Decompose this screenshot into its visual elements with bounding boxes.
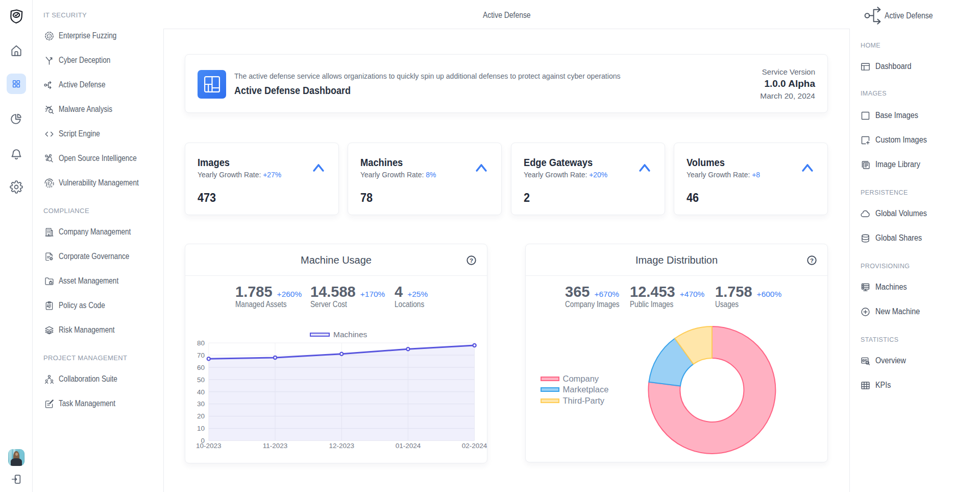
svg-text:30: 30 xyxy=(197,400,205,408)
svg-text:02-2024: 02-2024 xyxy=(462,442,487,450)
svg-text:40: 40 xyxy=(197,388,205,396)
svg-text:12-2023: 12-2023 xyxy=(329,442,354,450)
svg-text:50: 50 xyxy=(197,376,205,384)
svg-text:10: 10 xyxy=(197,425,205,432)
svg-text:70: 70 xyxy=(197,352,205,359)
svg-text:10-2023: 10-2023 xyxy=(196,442,222,450)
svg-text:60: 60 xyxy=(197,364,205,371)
svg-text:80: 80 xyxy=(197,339,205,347)
svg-text:11-2023: 11-2023 xyxy=(263,442,288,450)
svg-text:01-2024: 01-2024 xyxy=(396,442,421,450)
svg-text:20: 20 xyxy=(197,412,205,420)
